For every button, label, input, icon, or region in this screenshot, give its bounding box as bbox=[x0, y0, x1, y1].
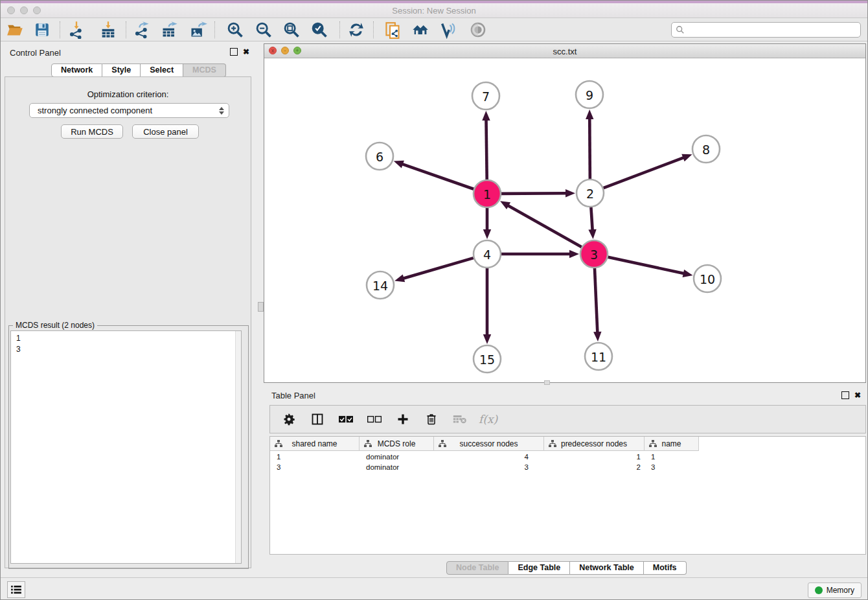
graph-edge-arrowhead bbox=[483, 334, 491, 344]
column-header-name[interactable]: name bbox=[645, 437, 699, 451]
clone-network-button[interactable] bbox=[382, 19, 404, 40]
graph-node-label: 4 bbox=[483, 248, 491, 262]
graph-edge-3-11[interactable] bbox=[595, 268, 597, 333]
import-network-icon bbox=[67, 21, 86, 39]
tab-motifs[interactable]: Motifs bbox=[644, 561, 687, 575]
graph-edge-3-10[interactable] bbox=[608, 257, 684, 274]
refresh-layout-button[interactable] bbox=[345, 19, 367, 40]
delete-table-button[interactable] bbox=[450, 408, 470, 430]
clone-network-icon bbox=[384, 21, 402, 39]
table-cell[interactable]: 2 bbox=[544, 462, 645, 472]
result-scrollbar[interactable] bbox=[235, 331, 241, 563]
optimization-criterion-label: Optimization criterion: bbox=[1, 89, 255, 99]
zoom-fit-button[interactable] bbox=[280, 19, 303, 40]
save-session-button[interactable] bbox=[31, 19, 53, 40]
task-history-button[interactable] bbox=[7, 581, 25, 598]
network-graph[interactable]: 1234678910111415 bbox=[264, 58, 865, 382]
memory-button[interactable]: Memory bbox=[808, 583, 862, 598]
column-header-MCDS-role[interactable]: MCDS role bbox=[360, 437, 434, 451]
checked-boxes-icon bbox=[339, 415, 353, 424]
table-float-icon[interactable] bbox=[841, 391, 849, 399]
import-table-button[interactable] bbox=[97, 19, 119, 40]
graph-node-label: 10 bbox=[700, 272, 715, 286]
vizmapper-button[interactable] bbox=[437, 19, 459, 40]
create-column-button[interactable] bbox=[393, 408, 413, 430]
deselect-all-button[interactable] bbox=[365, 408, 384, 430]
graph-edge-2-3[interactable] bbox=[591, 207, 592, 231]
graph-node-label: 15 bbox=[479, 352, 495, 367]
import-table-icon bbox=[99, 21, 117, 39]
unchecked-boxes-icon bbox=[367, 415, 382, 424]
graph-edge-1-2[interactable] bbox=[501, 193, 567, 194]
table-cell[interactable]: dominator bbox=[360, 462, 434, 472]
export-network-button[interactable] bbox=[131, 19, 153, 40]
table-cell[interactable]: 3 bbox=[270, 462, 360, 472]
table-row[interactable]: 1dominator411 bbox=[270, 452, 865, 462]
import-network-button[interactable] bbox=[65, 19, 87, 40]
show-column-panel-button[interactable] bbox=[308, 408, 327, 430]
close-panel-button[interactable]: Close panel bbox=[132, 124, 199, 139]
table-close-icon[interactable]: ✖ bbox=[854, 391, 862, 399]
export-image-button[interactable] bbox=[187, 19, 209, 40]
tab-node-table[interactable]: Node Table bbox=[446, 561, 508, 575]
search-field[interactable] bbox=[671, 22, 861, 38]
show-all-networks-button[interactable] bbox=[409, 19, 431, 40]
tab-select[interactable]: Select bbox=[141, 63, 183, 77]
network-title: scc.txt bbox=[264, 47, 865, 56]
column-header-successor-nodes[interactable]: successor nodes bbox=[434, 437, 544, 451]
graphics-details-button[interactable] bbox=[467, 19, 489, 40]
select-all-button[interactable] bbox=[336, 408, 356, 430]
open-session-button[interactable] bbox=[4, 19, 26, 40]
graph-edge-arrowhead bbox=[569, 250, 579, 258]
table-cell[interactable]: 1 bbox=[645, 452, 699, 462]
graph-edge-1-7[interactable] bbox=[486, 119, 486, 179]
open-folder-icon bbox=[6, 21, 24, 39]
zoom-in-button[interactable] bbox=[224, 19, 246, 40]
table-cell[interactable]: dominator bbox=[360, 452, 434, 462]
table-row[interactable]: 3dominator323 bbox=[270, 462, 865, 472]
horizontal-split-grip[interactable] bbox=[544, 380, 550, 385]
table-cell[interactable]: 4 bbox=[434, 452, 544, 462]
column-header-shared-name[interactable]: shared name bbox=[270, 437, 360, 451]
control-panel: Control Panel ✖ NetworkStyleSelectMCDS O… bbox=[1, 43, 255, 571]
column-header-predecessor-nodes[interactable]: predecessor nodes bbox=[544, 437, 645, 451]
tab-network-table[interactable]: Network Table bbox=[570, 561, 644, 575]
graph-node-label: 9 bbox=[586, 88, 593, 102]
toolbar-separator bbox=[126, 21, 126, 38]
tab-network[interactable]: Network bbox=[51, 63, 102, 77]
table-settings-button[interactable] bbox=[279, 408, 299, 430]
tab-edge-table[interactable]: Edge Table bbox=[508, 561, 570, 575]
graph-node-label: 1 bbox=[483, 187, 491, 202]
optimization-criterion-select[interactable]: strongly connected component bbox=[29, 103, 229, 118]
table-body: 1dominator4113dominator323 bbox=[270, 452, 865, 472]
graph-edge-arrowhead bbox=[683, 270, 693, 277]
graph-edge-3-1[interactable] bbox=[507, 205, 581, 248]
graph-edge-2-9[interactable] bbox=[589, 118, 590, 179]
graph-edge-2-8[interactable] bbox=[604, 157, 685, 188]
delete-column-button[interactable] bbox=[422, 408, 441, 430]
graph-edge-arrowhead bbox=[483, 229, 491, 239]
table-cell[interactable]: 3 bbox=[645, 462, 699, 472]
export-table-button[interactable] bbox=[159, 19, 181, 40]
network-titlebar[interactable]: x - + scc.txt bbox=[264, 44, 865, 58]
close-panel-icon[interactable]: ✖ bbox=[242, 48, 250, 56]
vertical-split-grip[interactable] bbox=[258, 302, 264, 312]
float-panel-icon[interactable] bbox=[230, 48, 238, 56]
run-mcds-button[interactable]: Run MCDS bbox=[61, 124, 123, 139]
table-cell[interactable]: 1 bbox=[270, 452, 360, 462]
zoom-selected-button[interactable] bbox=[308, 19, 330, 40]
function-builder-button[interactable]: f(x) bbox=[479, 413, 497, 426]
search-input[interactable] bbox=[685, 23, 860, 36]
node-table: shared nameMCDS rolesuccessor nodesprede… bbox=[269, 436, 866, 555]
window-title: Session: New Session bbox=[1, 6, 867, 16]
table-cell[interactable]: 3 bbox=[434, 462, 544, 472]
graph-edge-4-14[interactable] bbox=[403, 258, 474, 279]
tab-mcds[interactable]: MCDS bbox=[183, 63, 226, 77]
export-image-icon bbox=[189, 21, 207, 39]
mcds-result-list[interactable]: 13 bbox=[10, 330, 242, 564]
zoom-out-button[interactable] bbox=[253, 19, 275, 40]
refresh-icon bbox=[348, 21, 365, 38]
graph-edge-1-6[interactable] bbox=[402, 164, 474, 189]
table-cell[interactable]: 1 bbox=[544, 452, 645, 462]
tab-style[interactable]: Style bbox=[102, 63, 141, 77]
